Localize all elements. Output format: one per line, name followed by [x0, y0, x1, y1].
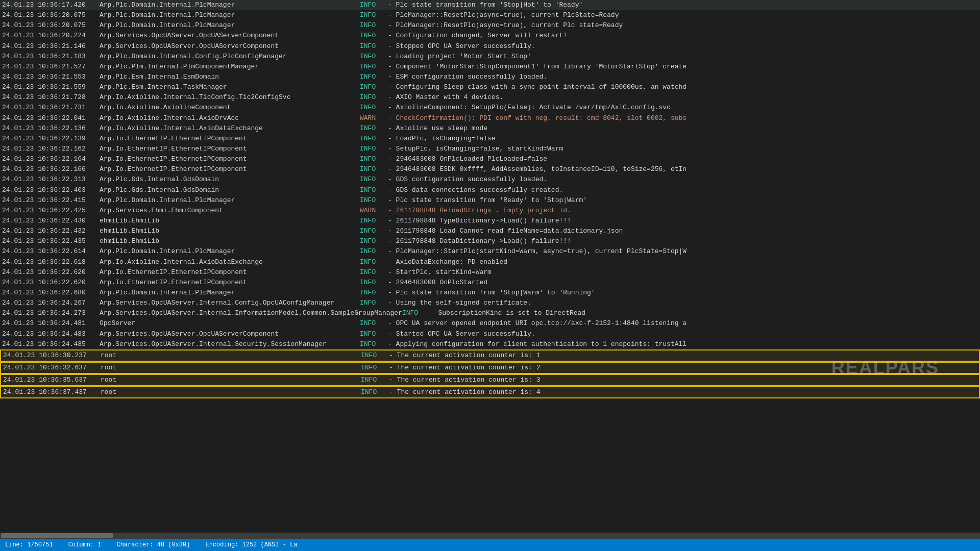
log-timestamp: 24.01.23 10:36:22.620	[0, 267, 100, 278]
log-level: INFO	[360, 0, 388, 10]
log-message: - OPC UA server opened endpoint URI opc.…	[388, 318, 980, 329]
log-source: Arp.Services.OpcUAServer.Internal.Securi…	[100, 339, 360, 349]
log-message: - Component 'MotorStartStopComponent1' f…	[388, 62, 980, 72]
log-level: INFO	[360, 82, 388, 92]
log-timestamp: 24.01.23 10:36:21.183	[0, 52, 100, 62]
log-source: Arp.Services.OpcUAServer.Internal.Inform…	[100, 308, 402, 318]
log-level: INFO	[360, 216, 388, 226]
log-timestamp: 24.01.23 10:36:22.680	[0, 288, 100, 298]
log-timestamp: 24.01.23 10:36:21.728	[0, 92, 100, 103]
status-bar: Line: 1/50751 Column: 1 Character: 48 (0…	[0, 539, 980, 551]
log-source: root	[101, 387, 361, 397]
log-level: INFO	[360, 72, 388, 82]
log-source: Arp.Plc.Domain.Internal.PlcManager	[100, 246, 360, 257]
log-source: OpcServer	[100, 318, 360, 329]
log-row: 24.01.23 10:36:30.237rootINFO - The curr…	[0, 349, 980, 362]
log-message: - Plc state transition from 'Stop|Warm' …	[388, 288, 980, 298]
log-timestamp: 24.01.23 10:36:22.620	[0, 278, 100, 288]
log-timestamp: 24.01.23 10:36:24.267	[0, 298, 100, 308]
log-timestamp: 24.01.23 10:36:22.166	[0, 164, 100, 174]
log-row: 24.01.23 10:36:22.432ehmiLib.EhmiLibINFO…	[0, 226, 980, 236]
log-level: INFO	[361, 350, 389, 361]
log-timestamp: 24.01.23 10:36:24.481	[0, 318, 100, 329]
log-message: - GDS configuration successfully loaded.	[388, 174, 980, 185]
log-level: INFO	[360, 103, 388, 113]
log-source: Arp.Plc.Gds.Internal.GdsDomain	[100, 185, 360, 195]
log-message: - AxiolineComponent: SetupPlc(False): Ac…	[388, 103, 980, 113]
log-row: 24.01.23 10:36:21.728Arp.Io.Axioline.Int…	[0, 92, 980, 103]
log-message: - SubscriptionKind is set to DirectRead	[430, 308, 980, 318]
log-source: Arp.Services.OpcUAServer.OpcUAServerComp…	[100, 329, 360, 339]
log-message: - Stopped OPC UA Server successfully.	[388, 41, 980, 52]
log-timestamp: 24.01.23 10:36:22.313	[0, 174, 100, 185]
log-source: Arp.Io.Axioline.Internal.TicConfig.Tic2C…	[100, 92, 360, 103]
log-message: - SetupPlc, isChanging=false, startKind=…	[388, 144, 980, 154]
log-level: INFO	[360, 154, 388, 164]
log-level: INFO	[360, 20, 388, 31]
log-timestamp: 24.01.23 10:36:30.237	[1, 350, 101, 361]
log-row: 24.01.23 10:36:22.136Arp.Io.Axioline.Int…	[0, 123, 980, 134]
log-message: - The current activation counter is: 4	[389, 387, 979, 397]
log-level: INFO	[360, 185, 388, 195]
log-level: INFO	[360, 236, 388, 246]
status-character: Character: 48 (0x30)	[116, 541, 190, 548]
log-source: Arp.Services.OpcUAServer.OpcUAServerComp…	[100, 31, 360, 41]
log-message: - 2611798848 TypeDictionary->Load() fail…	[388, 216, 980, 226]
log-message: - 2946483008 OnPlcStarted	[388, 278, 980, 288]
app: 24.01.23 10:36:17.420Arp.Plc.Domain.Inte…	[0, 0, 980, 551]
log-message: - Configuration changed, Server will res…	[388, 31, 980, 41]
log-timestamp: 24.01.23 10:36:22.136	[0, 123, 100, 134]
log-message: - PlcManager::StartPlc(startKind=Warm, a…	[388, 246, 980, 257]
status-line: Line: 1/50751	[5, 541, 53, 548]
log-row: 24.01.23 10:36:22.139Arp.Io.EthernetIP.E…	[0, 134, 980, 144]
log-message: - AXIO Master with 4 devices.	[388, 92, 980, 103]
log-message: - CheckConfirmation(): PDI conf with neg…	[388, 113, 980, 123]
log-row: 24.01.23 10:36:22.041Arp.Io.Axioline.Int…	[0, 113, 980, 123]
log-level: INFO	[360, 62, 388, 72]
log-row: 24.01.23 10:36:21.527Arp.Plc.Plm.Interna…	[0, 62, 980, 72]
log-source: Arp.Plc.Domain.Internal.PlcManager	[100, 288, 360, 298]
log-timestamp: 24.01.23 10:36:21.731	[0, 103, 100, 113]
log-row: 24.01.23 10:36:22.403Arp.Plc.Gds.Interna…	[0, 185, 980, 195]
log-message: - 2611798848 Load Cannot read fileName=d…	[388, 226, 980, 236]
log-timestamp: 24.01.23 10:36:21.146	[0, 41, 100, 52]
log-message: - Plc state transition from 'Ready' to '…	[388, 195, 980, 206]
scrollbar-thumb[interactable]	[1, 533, 113, 538]
log-level: WARN	[360, 113, 388, 123]
log-source: Arp.Plc.Domain.Internal.PlcManager	[100, 10, 360, 20]
log-source: Arp.Services.OpcUAServer.Internal.Config…	[100, 298, 360, 308]
log-level: INFO	[360, 318, 388, 329]
log-level: INFO	[360, 267, 388, 278]
log-message: - PlcManager::ResetPlc(async=true), curr…	[388, 10, 980, 20]
log-level: WARN	[360, 206, 388, 216]
log-source: Arp.Services.Ehmi.EhmiComponent	[100, 206, 360, 216]
log-row: 24.01.23 10:36:32.637rootINFO - The curr…	[0, 362, 980, 374]
log-timestamp: 24.01.23 10:36:21.559	[0, 82, 100, 92]
log-row: 24.01.23 10:36:22.313Arp.Plc.Gds.Interna…	[0, 174, 980, 185]
log-timestamp: 24.01.23 10:36:22.139	[0, 134, 100, 144]
log-row: 24.01.23 10:36:21.731Arp.Io.Axioline.Axi…	[0, 103, 980, 113]
log-timestamp: 24.01.23 10:36:22.425	[0, 206, 100, 216]
log-timestamp: 24.01.23 10:36:20.075	[0, 10, 100, 20]
log-level: INFO	[360, 144, 388, 154]
log-row: 24.01.23 10:36:22.425Arp.Services.Ehmi.E…	[0, 206, 980, 216]
log-timestamp: 24.01.23 10:36:22.403	[0, 185, 100, 195]
log-message: - PlcManager::ResetPlc(async=true), curr…	[388, 20, 980, 31]
log-timestamp: 24.01.23 10:36:37.437	[1, 387, 101, 397]
log-row: 24.01.23 10:36:22.435ehmiLib.EhmiLibINFO…	[0, 236, 980, 246]
log-source: Arp.Plc.Domain.Internal.Config.PlcConfig…	[100, 52, 360, 62]
scrollbar-area[interactable]	[0, 533, 980, 539]
log-timestamp: 24.01.23 10:36:22.618	[0, 257, 100, 267]
log-source: Arp.Io.EthernetIP.EthernetIPComponent	[100, 164, 360, 174]
log-source: Arp.Plc.Domain.Internal.PlcManager	[100, 20, 360, 31]
log-row: 24.01.23 10:36:20.075Arp.Plc.Domain.Inte…	[0, 20, 980, 31]
log-row: 24.01.23 10:36:20.075Arp.Plc.Domain.Inte…	[0, 10, 980, 20]
log-source: Arp.Io.Axioline.Internal.AxioDrvAcc	[100, 113, 360, 123]
log-source: Arp.Io.EthernetIP.EthernetIPComponent	[100, 134, 360, 144]
log-level: INFO	[360, 92, 388, 103]
log-timestamp: 24.01.23 10:36:20.075	[0, 20, 100, 31]
log-timestamp: 24.01.23 10:36:21.553	[0, 72, 100, 82]
log-row: 24.01.23 10:36:22.618Arp.Io.Axioline.Int…	[0, 257, 980, 267]
log-source: root	[101, 375, 361, 385]
log-row: 24.01.23 10:36:21.183Arp.Plc.Domain.Inte…	[0, 52, 980, 62]
